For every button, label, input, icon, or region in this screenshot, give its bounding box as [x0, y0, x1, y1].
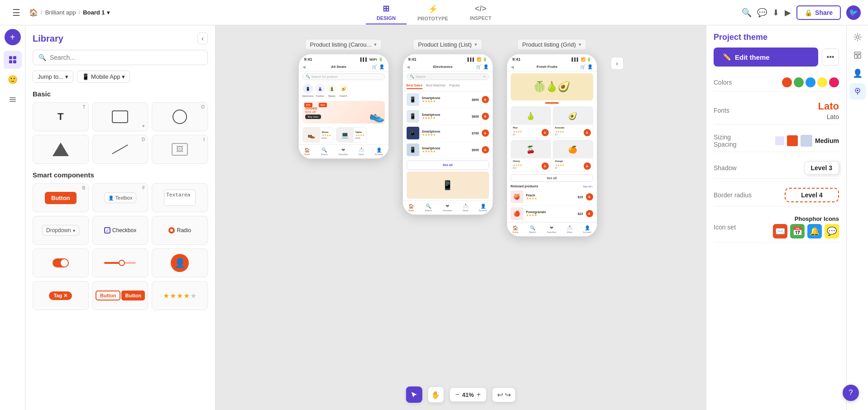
zoom-out-button[interactable]: − [455, 391, 459, 399]
panel-collapse-button[interactable]: ‹ [197, 33, 208, 44]
sizing-label-group: Sizing Spacing [714, 133, 737, 148]
layers-icon-btn[interactable] [4, 91, 22, 109]
more-options-button[interactable]: ••• [822, 48, 839, 66]
grid-product-cherry: 🍒 Cherry ★★★★$10 + [511, 140, 551, 172]
library-title: Library [33, 33, 63, 44]
color-dot-yellow[interactable] [817, 77, 827, 87]
component-button[interactable]: B Button [33, 183, 89, 212]
fonts-row: Fonts Lato Lato [714, 97, 839, 124]
svg-rect-5 [10, 99, 16, 100]
right-paint-icon-btn[interactable] [849, 83, 866, 100]
component-line[interactable]: D [92, 135, 149, 164]
project-theme-title: Project theme [714, 33, 839, 42]
component-checkbox[interactable]: ✓ Checkbox [92, 216, 149, 245]
home-icon[interactable]: 🏠 [29, 8, 38, 17]
play-icon-btn[interactable]: ▶ [785, 8, 791, 18]
undo-button[interactable]: ↩ [497, 391, 503, 399]
main-area: + 🙂 Library ‹ 🔍 [0, 25, 868, 410]
frame-label-list[interactable]: Product Listing (List) ▾ [413, 39, 482, 50]
component-rectangle[interactable]: ▾ [92, 102, 149, 131]
component-dropdown[interactable]: Dropdown ▾ [33, 216, 89, 245]
svg-rect-6 [10, 101, 16, 102]
component-triangle[interactable] [33, 135, 89, 164]
shadow-display[interactable]: Level 3 [804, 161, 839, 175]
smart-section-title: Smart components [33, 171, 208, 179]
add-element-button[interactable]: + [5, 29, 21, 45]
icon-set-display: Phosphor Icons ✉️ 📅 🔔 💬 [773, 215, 839, 238]
topbar-right: 🔍 💬 ⬇ ▶ 🔒 Share 🐦 [508, 5, 861, 20]
expand-button[interactable]: › [611, 57, 623, 70]
search-input[interactable] [50, 54, 202, 61]
svg-point-13 [857, 90, 858, 91]
color-dot-red[interactable] [782, 77, 792, 87]
component-textarea[interactable]: Textarea [152, 183, 208, 212]
chat-icon-chip[interactable]: 💬 [825, 224, 839, 238]
component-button-group[interactable]: Button Button [92, 281, 149, 310]
canvas-area: Product listing (Carou... ▾ 9:41 ▌▌▌WiFi… [216, 25, 706, 410]
mobile-app-button[interactable]: 📱 Mobile App ▾ [77, 71, 130, 83]
component-text[interactable]: T T [33, 102, 89, 131]
color-swatches[interactable] [782, 77, 839, 87]
redo-button[interactable]: ↪ [505, 391, 511, 399]
component-textbox[interactable]: F 👤 Textbox [92, 183, 149, 212]
component-ellipse[interactable]: O [152, 102, 208, 131]
chat-icon-btn[interactable]: 💬 [757, 8, 767, 18]
left-icon-bar: + 🙂 [0, 25, 25, 410]
color-dot-blue[interactable] [806, 77, 815, 87]
component-stars[interactable]: ★★★★★ [152, 281, 208, 310]
topbar-tabs: ⊞ DESIGN ⚡ PROTOTYPE </> INSPECT [366, 1, 503, 24]
search-icon-btn[interactable]: 🔍 [742, 8, 752, 18]
border-radius-display[interactable]: Level 4 [785, 188, 839, 202]
basic-components-grid: T T ▾ O D I 🖼 [33, 102, 208, 164]
component-slider[interactable] [92, 248, 149, 277]
right-settings-icon-btn[interactable] [849, 29, 866, 45]
tab-design[interactable]: ⊞ DESIGN [366, 1, 407, 24]
frame-label-grid[interactable]: Product listing (Grid) ▾ [517, 39, 586, 50]
bell-icon-chip[interactable]: 🔔 [807, 224, 822, 238]
tab-inspect[interactable]: </> INSPECT [459, 1, 503, 24]
calendar-icon-chip[interactable]: 📅 [790, 224, 805, 238]
tab-prototype[interactable]: ⚡ PROTOTYPE [407, 1, 459, 24]
component-radio[interactable]: Radio [152, 216, 208, 245]
frame-expand-arrow[interactable]: › [611, 39, 623, 70]
share-button[interactable]: 🔒 Share [796, 5, 841, 20]
undo-redo-controls: ↩ ↪ [492, 387, 516, 402]
component-tag[interactable]: Tag ✕ [33, 281, 89, 310]
font-display[interactable]: Lato Lato [818, 100, 839, 120]
frame-label-carousel[interactable]: Product listing (Carou... ▾ [305, 39, 382, 50]
border-radius-label: Border radius [714, 191, 752, 199]
components-icon-btn[interactable] [4, 51, 22, 69]
pencil-icon: ✏️ [723, 53, 731, 61]
component-image[interactable]: I 🖼 [152, 135, 208, 164]
component-avatar[interactable]: 👤 [152, 248, 208, 277]
breadcrumb-sep1: / [41, 9, 43, 16]
help-button[interactable]: ? [843, 385, 859, 401]
jump-to-button[interactable]: Jump to... ▾ [33, 71, 73, 83]
grid-product-pear: 🍐 Pear ★★★★$3 + [511, 106, 551, 138]
zoom-in-button[interactable]: + [477, 391, 481, 399]
right-icon-bar: 👤 [846, 25, 868, 410]
hand-tool-button[interactable]: ✋ [427, 386, 444, 403]
color-dot-pink[interactable] [829, 77, 839, 87]
chevron-down-icon: ▾ [475, 42, 477, 48]
edit-theme-button[interactable]: ✏️ Edit theme [714, 48, 818, 67]
color-dot-green[interactable] [794, 77, 804, 87]
select-tool-button[interactable] [406, 386, 422, 403]
sizing-display[interactable]: Medium [775, 135, 839, 147]
download-icon-btn[interactable]: ⬇ [772, 8, 779, 18]
breadcrumb-app[interactable]: Brilliant app [45, 9, 76, 16]
library-header: Library ‹ [33, 33, 208, 44]
grid-product-orange: 🍊 Orange ★★★★$7 + [553, 140, 593, 172]
menu-icon[interactable]: ☰ [7, 4, 25, 22]
search-icon: 🔍 [38, 54, 46, 61]
fonts-label: Fonts [714, 107, 729, 114]
mail-icon-chip[interactable]: ✉️ [773, 224, 787, 238]
breadcrumb-board[interactable]: Board 1 ▾ [83, 9, 109, 16]
right-user-icon-btn[interactable]: 👤 [849, 65, 866, 81]
canvas-bottom-toolbar: ✋ − 41% + ↩ ↪ [406, 386, 516, 403]
right-layout-icon-btn[interactable] [849, 47, 866, 63]
canvas-scroll[interactable]: Product listing (Carou... ▾ 9:41 ▌▌▌WiFi… [216, 25, 706, 410]
component-toggle[interactable] [33, 248, 89, 277]
icon-set-name: Phosphor Icons [795, 215, 839, 222]
emoji-icon-btn[interactable]: 🙂 [4, 71, 22, 89]
